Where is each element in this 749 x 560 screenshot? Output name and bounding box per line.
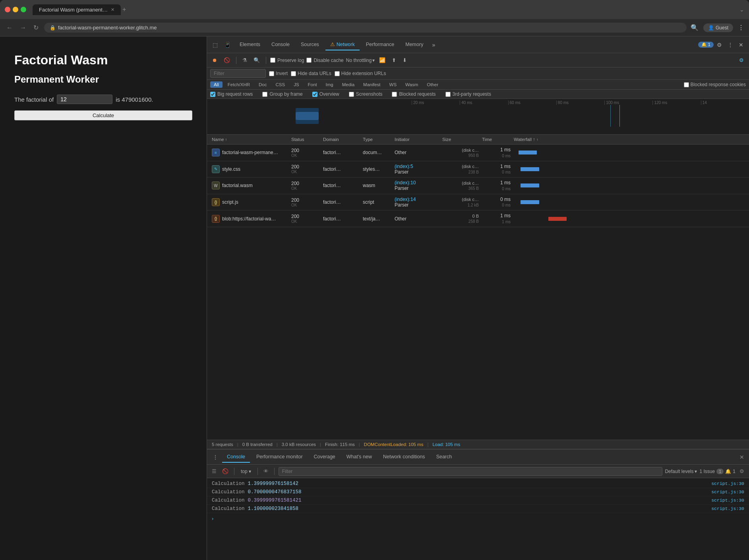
type-pill-fetch[interactable]: Fetch/XHR xyxy=(224,81,254,88)
type-pill-doc[interactable]: Doc xyxy=(255,81,270,88)
more-tabs-btn[interactable]: » xyxy=(430,40,437,50)
filter-input[interactable] xyxy=(210,69,266,78)
big-rows-label[interactable]: Big request rows xyxy=(210,91,253,97)
type-pill-manifest[interactable]: Manifest xyxy=(360,81,384,88)
preserve-log-checkbox[interactable] xyxy=(270,58,275,63)
tab-coverage[interactable]: Coverage xyxy=(309,452,340,463)
type-pill-media[interactable]: Media xyxy=(339,81,358,88)
hide-data-urls-label[interactable]: Hide data URLs xyxy=(291,71,331,76)
factorial-input[interactable] xyxy=(57,95,112,104)
top-context-btn[interactable]: top ▾ xyxy=(238,468,254,475)
hide-ext-urls-checkbox[interactable] xyxy=(335,71,340,76)
calc-link-2[interactable]: script.js:30 xyxy=(711,489,744,494)
invert-checkbox[interactable] xyxy=(269,71,274,76)
blocked-cookies-checkbox[interactable] xyxy=(684,82,689,87)
table-row[interactable]: {} blob:https://factorial-wa… 200OK fact… xyxy=(207,210,749,227)
blocked-requests-checkbox[interactable] xyxy=(392,92,397,97)
devtools-device-btn[interactable]: 📱 xyxy=(222,40,233,50)
back-btn[interactable]: ← xyxy=(5,23,14,33)
tab-close-btn[interactable]: ✕ xyxy=(111,7,114,12)
maximize-window-btn[interactable] xyxy=(21,7,26,12)
new-tab-btn[interactable]: + xyxy=(122,6,126,13)
hide-data-urls-checkbox[interactable] xyxy=(291,71,296,76)
table-row[interactable]: ≡ factorial-wasm-permane… 200OK factori…… xyxy=(207,145,749,161)
console-filter-input[interactable] xyxy=(279,467,663,476)
type-pill-all[interactable]: All xyxy=(210,81,223,88)
profiles-chevron[interactable]: ⌄ xyxy=(739,6,744,13)
tab-whats-new[interactable]: What's new xyxy=(342,452,377,463)
type-pill-img[interactable]: Img xyxy=(322,81,337,88)
third-party-label[interactable]: 3rd-party requests xyxy=(445,91,491,97)
tab-performance[interactable]: Performance xyxy=(361,39,399,50)
console-sidebar-btn[interactable]: ☰ xyxy=(210,467,218,475)
blocked-requests-label[interactable]: Blocked requests xyxy=(392,91,435,97)
devtools-settings-btn[interactable]: ⚙ xyxy=(714,40,724,50)
console-settings-btn[interactable]: ⚙ xyxy=(738,467,746,475)
eye-icon[interactable]: 👁 xyxy=(262,467,270,475)
default-levels-btn[interactable]: Default levels ▾ xyxy=(665,469,697,474)
download-icon[interactable]: ⬇ xyxy=(401,56,409,64)
console-close-btn[interactable]: ✕ xyxy=(738,452,746,462)
header-name[interactable]: Name xyxy=(210,137,290,142)
type-pill-font[interactable]: Font xyxy=(304,81,321,88)
console-menu-btn[interactable]: ⋮ xyxy=(210,452,221,462)
tab-elements[interactable]: Elements xyxy=(235,39,265,50)
tab-console[interactable]: Console xyxy=(267,39,294,50)
record-btn[interactable]: ⏺ xyxy=(210,56,219,64)
devtools-close-btn[interactable]: ✕ xyxy=(736,40,746,50)
minimize-window-btn[interactable] xyxy=(13,7,18,12)
calc-link-4[interactable]: script.js:30 xyxy=(711,506,744,511)
upload-icon[interactable]: ⬆ xyxy=(390,56,398,64)
forward-btn[interactable]: → xyxy=(18,23,28,33)
tab-memory[interactable]: Memory xyxy=(401,39,428,50)
filter-btn[interactable]: ⚗ xyxy=(240,56,249,64)
disable-cache-label[interactable]: Disable cache xyxy=(306,58,343,63)
url-bar[interactable]: 🔒 factorial-wasm-permanent-worker.glitch… xyxy=(44,23,687,33)
preserve-log-label[interactable]: Preserve log xyxy=(270,58,304,63)
devtools-more-btn[interactable]: ⋮ xyxy=(725,40,735,50)
blocked-cookies-label[interactable]: Blocked response cookies xyxy=(684,82,746,87)
reload-btn[interactable]: ↻ xyxy=(32,22,40,33)
issues-badge[interactable]: 🔔 1 xyxy=(698,42,714,48)
close-window-btn[interactable] xyxy=(5,7,10,12)
throttle-btn[interactable]: No throttling ▾ xyxy=(346,58,375,63)
browser-tab[interactable]: Factorial Wasm (permanent… ✕ xyxy=(33,4,121,15)
group-by-frame-label[interactable]: Group by frame xyxy=(262,91,302,97)
overview-checkbox[interactable] xyxy=(312,92,317,97)
issues-indicator[interactable]: 1 Issue 1 🔔 1 xyxy=(699,469,735,474)
disable-cache-checkbox[interactable] xyxy=(306,58,312,63)
tab-console-main[interactable]: Console xyxy=(222,452,250,463)
more-btn[interactable]: ⋮ xyxy=(738,24,744,31)
type-pill-js[interactable]: JS xyxy=(290,81,302,88)
calc-link-1[interactable]: script.js:30 xyxy=(711,481,744,486)
overview-label[interactable]: Overview xyxy=(312,91,339,97)
tab-network-conditions[interactable]: Network conditions xyxy=(378,452,430,463)
zoom-icon[interactable]: 🔍 xyxy=(691,24,699,31)
network-settings-btn[interactable]: ⚙ xyxy=(737,56,746,64)
search-btn[interactable]: 🔍 xyxy=(252,56,262,64)
tab-sources[interactable]: Sources xyxy=(296,39,324,50)
table-row[interactable]: W factorial.wasm 200OK factori… wasm (in… xyxy=(207,178,749,194)
console-clear-btn[interactable]: 🚫 xyxy=(221,467,230,475)
calc-link-3[interactable]: script.js:30 xyxy=(711,498,744,503)
screenshots-checkbox[interactable] xyxy=(349,92,354,97)
calculate-button[interactable]: Calculate xyxy=(14,110,192,120)
clear-btn[interactable]: 🚫 xyxy=(222,56,232,64)
type-pill-css[interactable]: CSS xyxy=(272,81,288,88)
wifi-icon[interactable]: 📶 xyxy=(377,56,387,64)
tab-perf-monitor[interactable]: Performance monitor xyxy=(252,452,308,463)
type-pill-wasm[interactable]: Wasm xyxy=(402,81,422,88)
table-row[interactable]: {} script.js 200OK factori… script (inde… xyxy=(207,194,749,211)
group-by-frame-checkbox[interactable] xyxy=(262,92,267,97)
big-rows-checkbox[interactable] xyxy=(210,92,215,97)
third-party-checkbox[interactable] xyxy=(445,92,451,97)
invert-checkbox-label[interactable]: Invert xyxy=(269,71,288,76)
type-pill-ws[interactable]: WS xyxy=(386,81,401,88)
header-waterfall[interactable]: Waterfall ↑ xyxy=(512,137,746,142)
screenshots-label[interactable]: Screenshots xyxy=(349,91,383,97)
table-row[interactable]: ✎ style.css 200OK factori… styles… (inde… xyxy=(207,161,749,178)
hide-ext-urls-label[interactable]: Hide extension URLs xyxy=(335,71,386,76)
tab-search[interactable]: Search xyxy=(432,452,457,463)
guest-btn[interactable]: 👤 Guest xyxy=(703,23,733,32)
type-pill-other[interactable]: Other xyxy=(423,81,442,88)
